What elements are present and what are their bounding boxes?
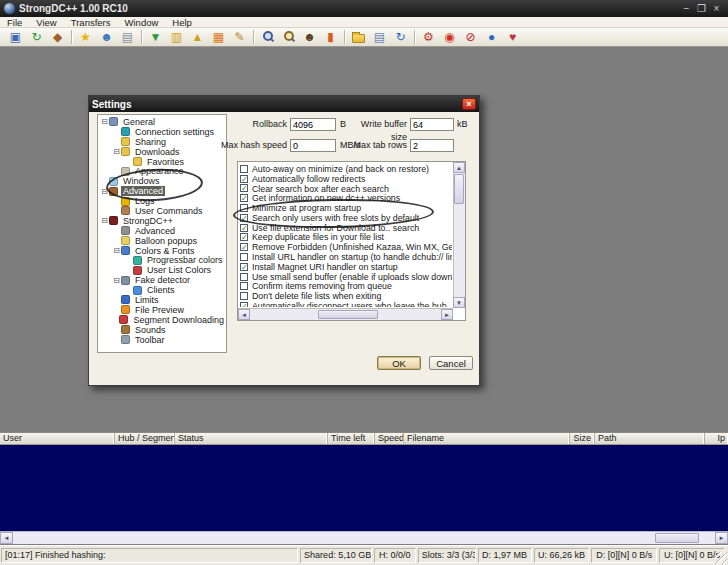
- network-statistics-icon[interactable]: ▮: [320, 29, 341, 46]
- dialog-close-icon[interactable]: ×: [462, 98, 476, 110]
- tree-item-file-preview[interactable]: File Preview: [98, 305, 226, 315]
- checkbox[interactable]: ✓: [240, 233, 248, 241]
- scroll-left-icon[interactable]: ◄: [0, 532, 13, 544]
- download-queue-icon[interactable]: ▤: [117, 29, 138, 46]
- settings-icon[interactable]: ⚙: [418, 29, 439, 46]
- write-buffer-input[interactable]: [410, 118, 454, 131]
- limiter-icon[interactable]: ●: [481, 29, 502, 46]
- checkbox[interactable]: ✓: [240, 175, 248, 183]
- column-hub-segments[interactable]: Hub / Segments: [115, 433, 175, 444]
- tree-expander[interactable]: ⊟: [112, 246, 121, 255]
- column-status[interactable]: Status: [175, 433, 328, 444]
- checkbox[interactable]: ✓: [240, 194, 248, 202]
- ok-button[interactable]: OK: [377, 356, 421, 370]
- tree-item-label[interactable]: User List Colors: [145, 265, 213, 275]
- menu-view[interactable]: View: [29, 17, 63, 28]
- tree-item-label[interactable]: User Commands: [133, 206, 205, 216]
- menu-help[interactable]: Help: [165, 17, 199, 28]
- shutdown-icon[interactable]: ⊘: [460, 29, 481, 46]
- horizontal-scroll-thumb[interactable]: [655, 533, 699, 543]
- option-remove-forbidden[interactable]: ✓Remove Forbidden (Unfinished Kazaa, Win…: [240, 242, 452, 252]
- tree-item-user-list-colors[interactable]: User List Colors: [98, 265, 226, 275]
- tree-item-label[interactable]: Segment Downloading: [131, 315, 226, 325]
- upload-queue-icon[interactable]: ▦: [208, 29, 229, 46]
- open-file-list-icon[interactable]: [348, 29, 369, 46]
- checkbox[interactable]: ✓: [240, 302, 248, 307]
- tree-item-label[interactable]: Advanced: [133, 226, 177, 236]
- vertical-scroll-thumb[interactable]: [454, 174, 464, 204]
- horizontal-scroll-thumb[interactable]: [318, 310, 378, 319]
- about-icon[interactable]: ♥: [502, 29, 523, 46]
- tree-item-colors-fonts[interactable]: ⊟Colors & Fonts: [98, 246, 226, 256]
- options-horizontal-scrollbar[interactable]: ◄ ►: [238, 308, 453, 320]
- tree-item-label[interactable]: Downloads: [133, 147, 182, 157]
- checkbox[interactable]: ✓: [240, 184, 248, 192]
- column-user[interactable]: User: [0, 433, 115, 444]
- tree-expander[interactable]: ⊟: [100, 117, 109, 126]
- public-hubs-icon[interactable]: ▣: [5, 29, 26, 46]
- tree-item-strongdc[interactable]: ⊟StrongDC++: [98, 216, 226, 226]
- resize-grip[interactable]: [715, 552, 727, 564]
- checkbox[interactable]: [240, 282, 248, 290]
- scroll-up-icon[interactable]: ▲: [453, 162, 465, 173]
- tree-item-label[interactable]: Sharing: [133, 137, 168, 147]
- cancel-button[interactable]: Cancel: [429, 356, 473, 370]
- tree-item-label[interactable]: Progressbar colors: [145, 255, 225, 265]
- option-magnet-handler[interactable]: ✓Install Magnet URI handler on startup: [240, 262, 452, 272]
- tree-item-label[interactable]: Limits: [133, 295, 161, 305]
- column-speed[interactable]: Speed: [375, 433, 404, 444]
- option-small-send-buffer[interactable]: Use small send buffer (enable if uploads…: [240, 272, 452, 282]
- option-confirm-queue-remove[interactable]: Confirm items removing from queue: [240, 282, 452, 292]
- tree-item-favorites[interactable]: Favorites: [98, 157, 226, 167]
- menu-window[interactable]: Window: [118, 17, 166, 28]
- settings-dialog-titlebar[interactable]: Settings ×: [89, 96, 479, 112]
- column-size[interactable]: Size: [570, 433, 595, 444]
- checkbox[interactable]: [240, 253, 248, 261]
- tree-item-advanced2[interactable]: Advanced: [98, 226, 226, 236]
- tree-item-fake-detector[interactable]: ⊟Fake detector: [98, 275, 226, 285]
- tree-item-connection-settings[interactable]: Connection settings: [98, 127, 226, 137]
- tree-item-general[interactable]: ⊟General: [98, 117, 226, 127]
- option-keep-duplicates[interactable]: ✓Keep duplicate files in your file list: [240, 233, 452, 243]
- tree-item-toolbar[interactable]: Toolbar: [98, 335, 226, 345]
- tree-item-label[interactable]: Connection settings: [133, 127, 216, 137]
- tree-item-label[interactable]: Balloon popups: [133, 236, 199, 246]
- checkbox[interactable]: [240, 273, 248, 281]
- checkbox[interactable]: [240, 292, 248, 300]
- column-time-left[interactable]: Time left: [328, 433, 375, 444]
- tree-item-label[interactable]: File Preview: [133, 305, 186, 315]
- scroll-right-icon[interactable]: ►: [715, 532, 728, 544]
- options-vertical-scrollbar[interactable]: ▲ ▼: [453, 162, 465, 308]
- option-disconnect-leavers[interactable]: ✓Automatically disconnect users who leav…: [240, 301, 452, 307]
- finished-uploads-icon[interactable]: ▲: [187, 29, 208, 46]
- tree-item-sounds[interactable]: Sounds: [98, 325, 226, 335]
- search-icon[interactable]: [257, 29, 278, 46]
- tree-item-label[interactable]: Colors & Fonts: [133, 246, 197, 256]
- adl-search-icon[interactable]: [278, 29, 299, 46]
- checkbox[interactable]: ✓: [240, 263, 248, 271]
- menu-transfers[interactable]: Transfers: [64, 17, 118, 28]
- column-path[interactable]: Path: [595, 433, 705, 444]
- open-own-file-list-icon[interactable]: ▤: [369, 29, 390, 46]
- option-clear-search-box[interactable]: ✓Clear search box after each search: [240, 184, 452, 194]
- favorite-users-icon[interactable]: ☻: [96, 29, 117, 46]
- follow-redirect-icon[interactable]: ◆: [47, 29, 68, 46]
- scroll-left-icon[interactable]: ◄: [238, 309, 250, 320]
- tree-expander[interactable]: ⊟: [100, 216, 109, 225]
- tree-item-label[interactable]: General: [121, 117, 157, 127]
- tree-item-user-commands[interactable]: User Commands: [98, 206, 226, 216]
- column-filename[interactable]: Filename: [404, 433, 570, 444]
- option-url-handler[interactable]: Install URL handler on startup (to handl…: [240, 252, 452, 262]
- notepad-icon[interactable]: ✎: [229, 29, 250, 46]
- away-icon[interactable]: ◉: [439, 29, 460, 46]
- tree-item-sharing[interactable]: Sharing: [98, 137, 226, 147]
- tree-item-balloon-popups[interactable]: Balloon popups: [98, 236, 226, 246]
- scroll-down-icon[interactable]: ▼: [453, 297, 465, 308]
- max-hash-speed-input[interactable]: [290, 139, 336, 152]
- tree-item-label[interactable]: Sounds: [133, 325, 168, 335]
- menu-file[interactable]: File: [0, 17, 29, 28]
- minimize-button[interactable]: −: [679, 1, 694, 16]
- refresh-file-list-icon[interactable]: ↻: [390, 29, 411, 46]
- tree-item-limits[interactable]: Limits: [98, 295, 226, 305]
- close-button[interactable]: ×: [709, 1, 724, 16]
